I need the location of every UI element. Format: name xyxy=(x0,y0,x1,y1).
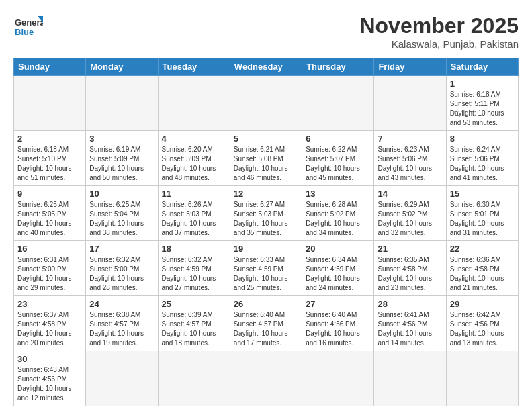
calendar-row-6: 30 Sunrise: 6:43 AMSunset: 4:56 PMDaylig… xyxy=(14,351,519,406)
day-4: 4 Sunrise: 6:20 AMSunset: 5:09 PMDayligh… xyxy=(158,131,230,186)
subtitle: Kalaswala, Punjab, Pakistan xyxy=(359,38,519,50)
empty-cell xyxy=(302,351,374,406)
day-28: 28 Sunrise: 6:41 AMSunset: 4:56 PMDaylig… xyxy=(374,296,446,351)
calendar-row-3: 9 Sunrise: 6:25 AMSunset: 5:05 PMDayligh… xyxy=(14,186,519,241)
day-10: 10 Sunrise: 6:25 AMSunset: 5:04 PMDaylig… xyxy=(86,186,158,241)
empty-cell xyxy=(230,351,302,406)
day-26: 26 Sunrise: 6:40 AMSunset: 4:57 PMDaylig… xyxy=(230,296,302,351)
day-17: 17 Sunrise: 6:32 AMSunset: 5:00 PMDaylig… xyxy=(86,241,158,296)
logo-icon: General Blue xyxy=(13,13,43,43)
day-13: 13 Sunrise: 6:28 AMSunset: 5:02 PMDaylig… xyxy=(302,186,374,241)
empty-cell xyxy=(86,76,158,131)
header-thursday: Thursday xyxy=(302,58,374,76)
svg-text:Blue: Blue xyxy=(15,27,34,37)
month-title: November 2025 xyxy=(359,13,519,38)
header-sunday: Sunday xyxy=(14,58,86,76)
day-27: 27 Sunrise: 6:40 AMSunset: 4:56 PMDaylig… xyxy=(302,296,374,351)
day-8: 8 Sunrise: 6:24 AMSunset: 5:06 PMDayligh… xyxy=(446,131,518,186)
day-22: 22 Sunrise: 6:36 AMSunset: 4:58 PMDaylig… xyxy=(446,241,518,296)
day-2: 2 Sunrise: 6:18 AMSunset: 5:10 PMDayligh… xyxy=(14,131,86,186)
day-23: 23 Sunrise: 6:37 AMSunset: 4:58 PMDaylig… xyxy=(14,296,86,351)
day-21: 21 Sunrise: 6:35 AMSunset: 4:58 PMDaylig… xyxy=(374,241,446,296)
weekday-header-row: Sunday Monday Tuesday Wednesday Thursday… xyxy=(14,58,519,76)
day-25: 25 Sunrise: 6:39 AMSunset: 4:57 PMDaylig… xyxy=(158,296,230,351)
day-7: 7 Sunrise: 6:23 AMSunset: 5:06 PMDayligh… xyxy=(374,131,446,186)
header-tuesday: Tuesday xyxy=(158,58,230,76)
svg-text:General: General xyxy=(15,17,43,28)
empty-cell xyxy=(374,351,446,406)
day-19: 19 Sunrise: 6:33 AMSunset: 4:59 PMDaylig… xyxy=(230,241,302,296)
title-area: November 2025 Kalaswala, Punjab, Pakista… xyxy=(359,13,519,50)
calendar-row-2: 2 Sunrise: 6:18 AMSunset: 5:10 PMDayligh… xyxy=(14,131,519,186)
day-9: 9 Sunrise: 6:25 AMSunset: 5:05 PMDayligh… xyxy=(14,186,86,241)
day-1: 1 Sunrise: 6:18 AMSunset: 5:11 PMDayligh… xyxy=(446,76,518,131)
empty-cell xyxy=(158,76,230,131)
day-15: 15 Sunrise: 6:30 AMSunset: 5:01 PMDaylig… xyxy=(446,186,518,241)
day-20: 20 Sunrise: 6:34 AMSunset: 4:59 PMDaylig… xyxy=(302,241,374,296)
day-11: 11 Sunrise: 6:26 AMSunset: 5:03 PMDaylig… xyxy=(158,186,230,241)
empty-cell xyxy=(374,76,446,131)
day-30: 30 Sunrise: 6:43 AMSunset: 4:56 PMDaylig… xyxy=(14,351,86,406)
calendar-row-4: 16 Sunrise: 6:31 AMSunset: 5:00 PMDaylig… xyxy=(14,241,519,296)
header-saturday: Saturday xyxy=(446,58,518,76)
day-16: 16 Sunrise: 6:31 AMSunset: 5:00 PMDaylig… xyxy=(14,241,86,296)
day-5: 5 Sunrise: 6:21 AMSunset: 5:08 PMDayligh… xyxy=(230,131,302,186)
calendar-row-1: 1 Sunrise: 6:18 AMSunset: 5:11 PMDayligh… xyxy=(14,76,519,131)
day-6: 6 Sunrise: 6:22 AMSunset: 5:07 PMDayligh… xyxy=(302,131,374,186)
empty-cell xyxy=(302,76,374,131)
empty-cell xyxy=(446,351,518,406)
day-3: 3 Sunrise: 6:19 AMSunset: 5:09 PMDayligh… xyxy=(86,131,158,186)
header-friday: Friday xyxy=(374,58,446,76)
header: General Blue November 2025 Kalaswala, Pu… xyxy=(13,13,519,50)
empty-cell xyxy=(230,76,302,131)
header-monday: Monday xyxy=(86,58,158,76)
header-wednesday: Wednesday xyxy=(230,58,302,76)
day-24: 24 Sunrise: 6:38 AMSunset: 4:57 PMDaylig… xyxy=(86,296,158,351)
day-18: 18 Sunrise: 6:32 AMSunset: 4:59 PMDaylig… xyxy=(158,241,230,296)
logo: General Blue xyxy=(13,13,43,43)
calendar-table: Sunday Monday Tuesday Wednesday Thursday… xyxy=(13,58,519,406)
day-29: 29 Sunrise: 6:42 AMSunset: 4:56 PMDaylig… xyxy=(446,296,518,351)
empty-cell xyxy=(14,76,86,131)
day-12: 12 Sunrise: 6:27 AMSunset: 5:03 PMDaylig… xyxy=(230,186,302,241)
empty-cell xyxy=(158,351,230,406)
empty-cell xyxy=(86,351,158,406)
calendar-row-5: 23 Sunrise: 6:37 AMSunset: 4:58 PMDaylig… xyxy=(14,296,519,351)
day-14: 14 Sunrise: 6:29 AMSunset: 5:02 PMDaylig… xyxy=(374,186,446,241)
